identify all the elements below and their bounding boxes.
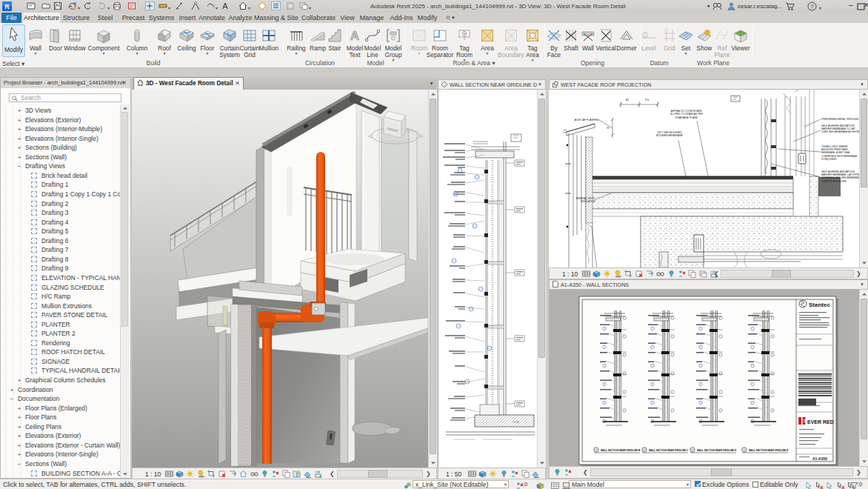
svg-text:WALL SECTION NEAR GRIDLINE D: WALL SECTION NEAR GRIDLINE D	[697, 449, 737, 452]
svg-text:IS REQUIRED: IS REQUIRED	[821, 158, 837, 161]
svg-text:ASPHALTIC CORE BOARD: ASPHALTIC CORE BOARD	[671, 110, 703, 113]
svg-text:A: A	[222, 1, 228, 10]
svg-text:9 6: 9 6	[645, 99, 649, 102]
svg-text:OVERTOP AS SHOWN: OVERTOP AS SHOWN	[821, 180, 847, 183]
svg-text:Stantec: Stantec	[809, 302, 830, 308]
svg-text:2PLY SBS MODIFIED: 2PLY SBS MODIFIED	[657, 131, 682, 134]
svg-text:WALL SECTION NEAR GRIDLINE B: WALL SECTION NEAR GRIDLINE B	[601, 449, 641, 452]
svg-text:WALL SECTION NEAR GRIDLINE C: WALL SECTION NEAR GRIDLINE C	[649, 449, 689, 452]
svg-text:PREFINISHED METAL THROUGH-WA: PREFINISHED METAL THROUGH-WA	[821, 118, 859, 121]
svg-text:R: R	[4, 3, 10, 10]
svg-text:WALL SECTION NEAR GRIDLINE E: WALL SECTION NEAR GRIDLINE E	[749, 449, 788, 452]
svg-text:MINERAL WOOL: MINERAL WOOL	[576, 197, 595, 200]
svg-text:INSULATION: INSULATION	[581, 200, 596, 203]
svg-text:T.O.S.: T.O.S.	[513, 421, 519, 424]
svg-text:84: 84	[626, 99, 629, 102]
svg-text:EVER RED: EVER RED	[807, 419, 834, 425]
svg-text:BITUMEN MEMBRANE: BITUMEN MEMBRANE	[656, 134, 684, 137]
svg-text:A1-A350: A1-A350	[812, 456, 827, 461]
svg-text:SLOPED TO DRAIN AS PER: SLOPED TO DRAIN AS PER	[670, 113, 704, 116]
svg-text:DRAINAGE PLANS: DRAINAGE PLANS	[675, 116, 698, 119]
svg-text:93: 93	[607, 127, 610, 130]
svg-text:?: ?	[810, 3, 814, 10]
svg-text:ACM CAP FLASHING: ACM CAP FLASHING	[575, 119, 600, 122]
svg-text:OVER SBS MEMBRANE AS SHOWN: OVER SBS MEMBRANE AS SHOWN	[821, 130, 859, 133]
